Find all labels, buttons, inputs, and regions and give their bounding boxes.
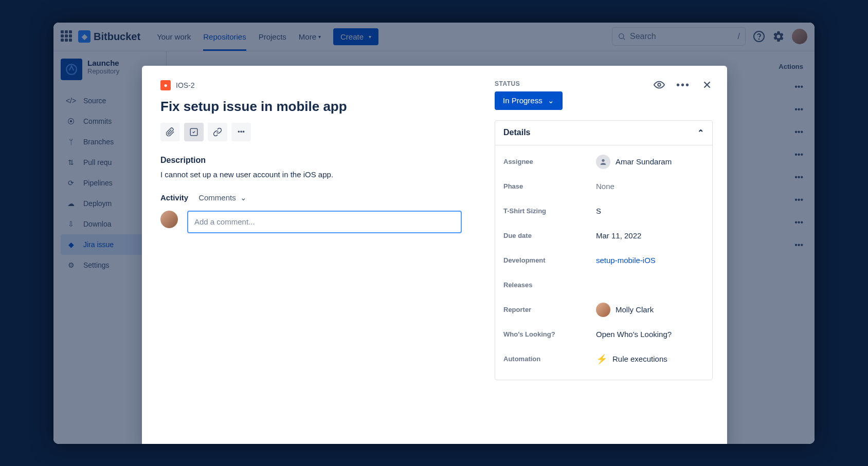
workspace-subtitle: Repository [87, 67, 119, 75]
row-actions[interactable]: ••• [727, 76, 803, 98]
workspace-title: Launche [87, 59, 119, 67]
bitbucket-icon: ◆ [78, 30, 91, 43]
chevron-down-icon: ▾ [369, 34, 371, 40]
field-phase[interactable]: Phase None [503, 174, 704, 199]
field-whos-looking[interactable]: Who's Looking? Open Who's Looking? [503, 322, 704, 347]
issue-key: IOS-2 [176, 81, 195, 89]
bolt-icon: ⚡ [596, 353, 607, 365]
pipelines-icon: ⟳ [65, 179, 77, 187]
branch-icon: ᛘ [65, 138, 77, 146]
field-assignee[interactable]: Assignee Amar Sundaram [503, 150, 704, 174]
link-button[interactable] [208, 123, 227, 141]
activity-label: Activity [160, 193, 188, 202]
jira-icon: ◆ [65, 240, 77, 249]
row-actions[interactable]: ••• [727, 121, 803, 143]
current-user-avatar [160, 211, 178, 228]
search-placeholder: Search [630, 32, 656, 41]
description-label: Description [160, 156, 462, 165]
row-actions[interactable]: ••• [727, 234, 803, 256]
topbar: ◆ Bitbucket Your work Repositories Proje… [53, 23, 815, 51]
add-checklist-button[interactable] [184, 123, 204, 141]
field-automation[interactable]: Automation ⚡Rule executions [503, 347, 704, 371]
nav-your-work[interactable]: Your work [151, 23, 197, 51]
field-due-date[interactable]: Due date Mar 11, 2022 [503, 223, 704, 248]
code-icon: </> [65, 97, 77, 105]
chevron-down-icon: ⌄ [548, 96, 554, 105]
bug-icon: ● [160, 80, 171, 90]
issue-title[interactable]: Fix setup issue in mobile app [160, 99, 462, 115]
chevron-down-icon: ▾ [318, 34, 321, 40]
row-actions[interactable]: ••• [727, 189, 803, 211]
watch-icon[interactable] [654, 79, 665, 92]
svg-point-0 [619, 34, 624, 39]
status-dropdown[interactable]: In Progress ⌄ [495, 91, 563, 110]
field-development[interactable]: Development setup-mobile-iOS [503, 248, 704, 273]
gear-icon: ⚙ [65, 261, 77, 269]
search-input[interactable]: Search / [612, 27, 746, 46]
workspace-logo [61, 59, 82, 80]
description-text[interactable]: I cannot set up a new user account in th… [160, 170, 462, 179]
more-icon[interactable]: ••• [676, 79, 690, 92]
actions-column: Actions ••• ••• ••• ••• ••• ••• ••• ••• [727, 51, 815, 256]
create-button[interactable]: Create▾ [333, 28, 378, 45]
download-icon: ⇩ [65, 220, 77, 228]
commit-icon: ⦿ [65, 117, 77, 125]
avatar [596, 303, 610, 317]
chevron-down-icon: ⌄ [240, 193, 247, 202]
product-name: Bitbucket [94, 31, 140, 43]
cloud-upload-icon: ☁ [65, 199, 77, 208]
pull-request-icon: ⇅ [65, 158, 77, 166]
issue-dialog: ••• ● IOS-2 Fix setup issue in mobile ap… [142, 66, 727, 444]
row-actions[interactable]: ••• [727, 98, 803, 121]
details-panel: Details ⌃ Assignee Amar Sundaram Phase N… [495, 120, 713, 380]
person-icon [596, 155, 610, 169]
svg-point-2 [759, 39, 760, 40]
row-actions[interactable]: ••• [727, 166, 803, 189]
row-actions[interactable]: ••• [727, 211, 803, 234]
field-tshirt[interactable]: T-Shirt Sizing S [503, 199, 704, 223]
help-icon[interactable] [753, 30, 765, 43]
nav-projects[interactable]: Projects [252, 23, 293, 51]
breadcrumb[interactable]: ● IOS-2 [160, 80, 462, 90]
svg-point-4 [658, 83, 661, 86]
details-toggle[interactable]: Details ⌃ [495, 121, 712, 145]
apps-switcher-icon[interactable] [61, 30, 73, 43]
actions-header: Actions [727, 55, 803, 76]
row-actions[interactable]: ••• [727, 143, 803, 166]
chevron-up-icon: ⌃ [697, 128, 704, 138]
avatar[interactable] [792, 29, 807, 44]
nav-more[interactable]: More▾ [293, 23, 327, 51]
field-releases[interactable]: Releases [503, 273, 704, 297]
close-icon[interactable] [701, 79, 713, 92]
more-actions-button[interactable]: ••• [231, 123, 251, 141]
search-icon [618, 32, 626, 41]
settings-icon[interactable] [772, 30, 785, 43]
nav-repositories[interactable]: Repositories [197, 23, 252, 51]
svg-point-6 [602, 159, 604, 161]
comment-input[interactable] [187, 211, 462, 233]
activity-filter[interactable]: Comments ⌄ [198, 193, 247, 202]
search-kbd-hint: / [738, 32, 740, 41]
product-logo[interactable]: ◆ Bitbucket [78, 30, 140, 43]
field-reporter[interactable]: Reporter Molly Clark [503, 297, 704, 322]
attach-button[interactable] [160, 123, 180, 141]
